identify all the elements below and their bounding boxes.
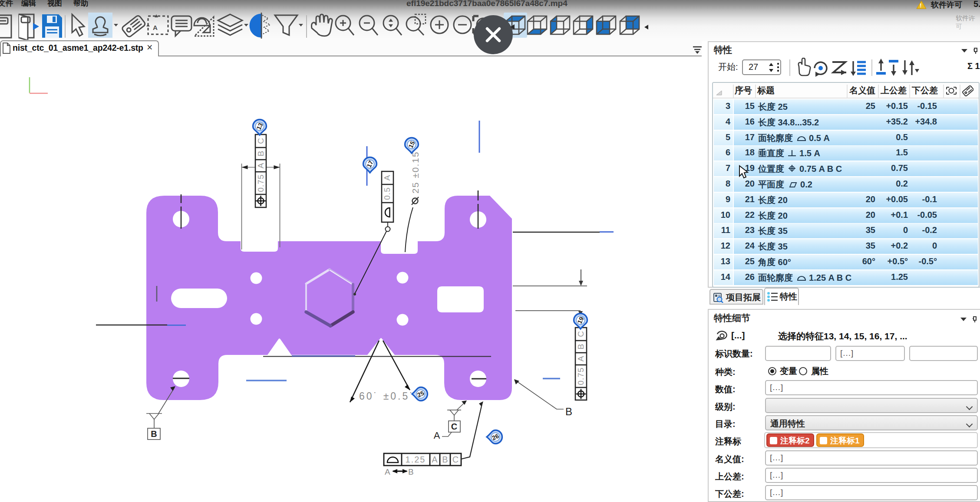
- svg-text:C: C: [256, 138, 265, 144]
- svg-text:A: A: [385, 467, 390, 476]
- svg-text:A: A: [153, 24, 158, 31]
- svg-text:B: B: [576, 344, 585, 350]
- svg-text:B: B: [442, 455, 448, 464]
- svg-text:B: B: [151, 429, 157, 439]
- svg-text:0.5: 0.5: [383, 187, 392, 200]
- svg-text:60˙ ±0.5˙: 60˙ ±0.5˙: [359, 390, 415, 402]
- svg-text:B: B: [565, 406, 572, 417]
- svg-text:A: A: [576, 356, 585, 361]
- svg-text:C: C: [576, 331, 585, 337]
- svg-text:C: C: [451, 422, 457, 431]
- svg-text:25 ±0.15: 25 ±0.15: [410, 151, 420, 194]
- svg-text:A: A: [383, 175, 392, 180]
- svg-text:B: B: [408, 467, 414, 476]
- svg-text:C: C: [452, 455, 459, 464]
- svg-text:A: A: [256, 163, 265, 168]
- svg-text:B: B: [256, 151, 265, 157]
- svg-text:1.25: 1.25: [406, 455, 426, 464]
- svg-text:0.75: 0.75: [576, 367, 585, 385]
- svg-text:0.75: 0.75: [256, 174, 265, 192]
- svg-text:A: A: [432, 455, 438, 464]
- svg-text:A: A: [434, 430, 440, 441]
- svg-text:!: !: [920, 2, 921, 9]
